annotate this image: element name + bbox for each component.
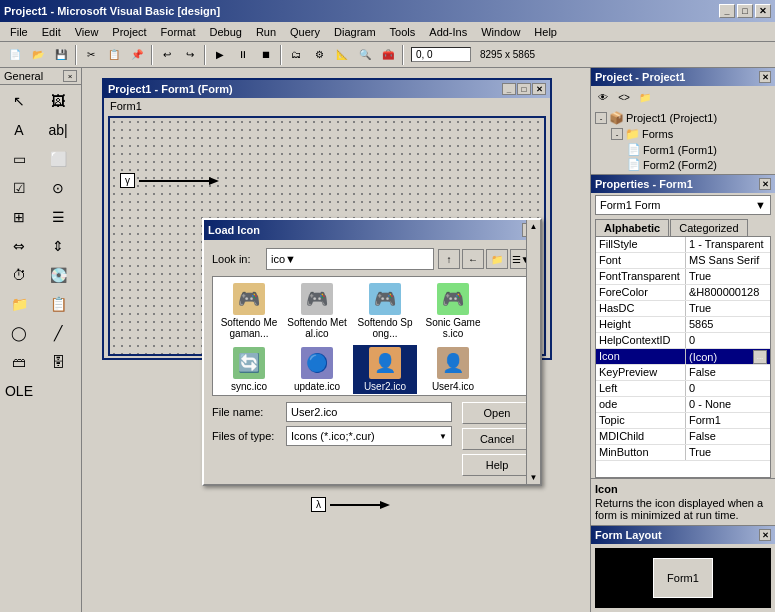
file-icon-label-0: Softendo Megaman... — [219, 317, 279, 339]
file-icon-7[interactable]: 👤 User4.ico — [421, 345, 485, 394]
form-layout-title-bar: Form Layout ✕ — [591, 526, 775, 544]
menu-query[interactable]: Query — [284, 24, 326, 40]
tool-frame[interactable]: ▭ — [2, 145, 36, 173]
prop-icon-ellipsis-btn[interactable]: ... — [753, 350, 767, 364]
menu-file[interactable]: File — [4, 24, 34, 40]
file-icon-6[interactable]: 👤 User2.ico — [353, 345, 417, 394]
prop-row-ode: ode 0 - None — [596, 397, 770, 413]
maximize-button[interactable]: □ — [737, 4, 753, 18]
tool-filelistbox[interactable]: 📋 — [41, 290, 75, 318]
project-panel-close[interactable]: ✕ — [759, 71, 771, 83]
run-btn[interactable]: ▶ — [209, 44, 231, 66]
tool-data[interactable]: 🗄 — [41, 348, 75, 376]
toolbox-close-btn[interactable]: × — [63, 70, 77, 82]
prop-tabs: Alphabetic Categorized — [591, 217, 775, 236]
tool-checkbox[interactable]: ☑ — [2, 174, 36, 202]
stop-btn[interactable]: ⏹ — [255, 44, 277, 66]
file-icon-2[interactable]: 🎮 Softendo Spong... — [353, 281, 417, 341]
view-object-btn[interactable]: 👁 — [593, 88, 613, 106]
cut-btn[interactable]: ✂ — [80, 44, 102, 66]
tool-combobox[interactable]: ⊞ — [2, 203, 36, 231]
redo-btn[interactable]: ↪ — [179, 44, 201, 66]
prop-row-icon[interactable]: Icon (Icon) ... — [596, 349, 770, 365]
form-layout-close-btn[interactable]: ✕ — [759, 529, 771, 541]
file-area[interactable]: 🎮 Softendo Megaman... 🎮 Softendo Metal.i… — [212, 276, 532, 396]
cancel-button[interactable]: Cancel — [462, 428, 532, 450]
menu-addins[interactable]: Add-Ins — [423, 24, 473, 40]
tab-alphabetic[interactable]: Alphabetic — [595, 219, 669, 236]
nav-up-btn[interactable]: ↑ — [438, 249, 460, 269]
sep1 — [75, 45, 77, 65]
tree-form2[interactable]: 📄 Form2 (Form2) — [595, 157, 771, 172]
tree-forms-folder[interactable]: - 📁 Forms — [595, 126, 771, 142]
tool-pointer[interactable]: ↖ — [2, 87, 36, 115]
menu-format[interactable]: Format — [155, 24, 202, 40]
tab-categorized[interactable]: Categorized — [670, 219, 747, 236]
pause-btn[interactable]: ⏸ — [232, 44, 254, 66]
file-icon-5[interactable]: 🔵 update.ico — [285, 345, 349, 394]
file-icon-4[interactable]: 🔄 sync.ico — [217, 345, 281, 394]
menu-view[interactable]: View — [69, 24, 105, 40]
toolbox-btn[interactable]: 🧰 — [377, 44, 399, 66]
tool-shape[interactable]: ◯ — [2, 319, 36, 347]
tool-label[interactable]: A — [2, 116, 36, 144]
file-icon-img-6: 👤 — [369, 347, 401, 379]
view-code-btn[interactable]: <> — [614, 88, 634, 106]
close-button[interactable]: ✕ — [755, 4, 771, 18]
menu-edit[interactable]: Edit — [36, 24, 67, 40]
tool-commandbutton[interactable]: ⬜ — [41, 145, 75, 173]
prop-row-forecolor: ForeColor &H800000128 — [596, 285, 770, 301]
filename-row: File name: — [212, 402, 452, 422]
app-title-bar: Project1 - Microsoft Visual Basic [desig… — [0, 0, 775, 22]
filename-input[interactable] — [286, 402, 452, 422]
paste-btn[interactable]: 📌 — [126, 44, 148, 66]
tree-root[interactable]: - 📦 Project1 (Project1) — [595, 110, 771, 126]
prop-object-combo[interactable]: Form1 Form ▼ — [595, 195, 771, 215]
file-area-scrollbar[interactable]: ▲ ▼ — [526, 276, 532, 396]
tool-drivelistbox[interactable]: 💽 — [41, 261, 75, 289]
copy-btn[interactable]: 📋 — [103, 44, 125, 66]
file-icon-0[interactable]: 🎮 Softendo Megaman... — [217, 281, 281, 341]
menu-run[interactable]: Run — [250, 24, 282, 40]
tool-optionbutton[interactable]: ⊙ — [41, 174, 75, 202]
prop-name-forecolor: ForeColor — [596, 285, 686, 300]
tree-form1[interactable]: 📄 Form1 (Form1) — [595, 142, 771, 157]
tool-picturebox[interactable]: 🖼 — [41, 87, 75, 115]
tree-root-expand[interactable]: - — [595, 112, 607, 124]
tool-textbox[interactable]: ab| — [41, 116, 75, 144]
tool-dirlistbox[interactable]: 📁 — [2, 290, 36, 318]
tool-image[interactable]: 🗃 — [2, 348, 36, 376]
object-browser-btn[interactable]: 🔍 — [354, 44, 376, 66]
menu-project[interactable]: Project — [106, 24, 152, 40]
menu-window[interactable]: Window — [475, 24, 526, 40]
properties-btn[interactable]: ⚙ — [308, 44, 330, 66]
nav-back-btn[interactable]: ← — [462, 249, 484, 269]
menu-tools[interactable]: Tools — [384, 24, 422, 40]
tool-timer[interactable]: ⏱ — [2, 261, 36, 289]
filetype-combo[interactable]: Icons (*.ico;*.cur) ▼ — [286, 426, 452, 446]
nav-newfolder-btn[interactable]: 📁 — [486, 249, 508, 269]
file-icon-3[interactable]: 🎮 Sonic Games.ico — [421, 281, 485, 341]
menu-diagram[interactable]: Diagram — [328, 24, 382, 40]
tool-hscrollbar[interactable]: ⇔ — [2, 232, 36, 260]
menu-help[interactable]: Help — [528, 24, 563, 40]
new-project-btn[interactable]: 📄 — [4, 44, 26, 66]
form-layout-btn[interactable]: 📐 — [331, 44, 353, 66]
tool-vscrollbar[interactable]: ⇕ — [41, 232, 75, 260]
tool-ole[interactable]: OLE — [2, 377, 36, 405]
menu-debug[interactable]: Debug — [203, 24, 247, 40]
file-icon-1[interactable]: 🎮 Softendo Metal.ico — [285, 281, 349, 341]
help-button[interactable]: Help — [462, 454, 532, 476]
tree-forms-expand[interactable]: - — [611, 128, 623, 140]
undo-btn[interactable]: ↩ — [156, 44, 178, 66]
save-btn[interactable]: 💾 — [50, 44, 72, 66]
tool-listbox[interactable]: ☰ — [41, 203, 75, 231]
minimize-button[interactable]: _ — [719, 4, 735, 18]
look-in-combo[interactable]: ico ▼ — [266, 248, 434, 270]
open-button[interactable]: Open — [462, 402, 532, 424]
open-btn[interactable]: 📂 — [27, 44, 49, 66]
project-explorer-btn[interactable]: 🗂 — [285, 44, 307, 66]
properties-close-btn[interactable]: ✕ — [759, 178, 771, 190]
toggle-folders-btn[interactable]: 📁 — [635, 88, 655, 106]
tool-line[interactable]: ╱ — [41, 319, 75, 347]
